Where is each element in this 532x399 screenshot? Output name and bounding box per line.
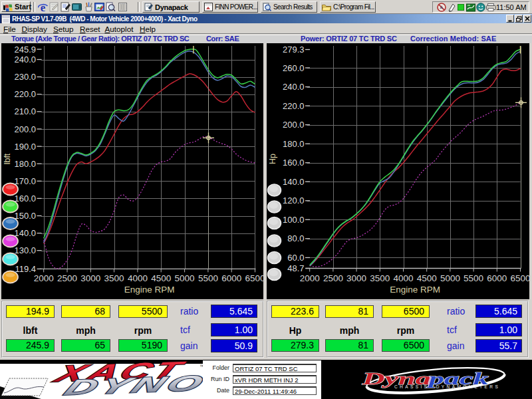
svg-text:80.0: 80.0 [287,233,304,243]
svg-text:Engine RPM: Engine RPM [390,285,440,295]
svg-text:Hp: Hp [268,154,277,164]
svg-text:5500: 5500 [198,273,218,283]
svg-text:3500: 3500 [104,273,124,283]
svg-text:240.0: 240.0 [283,82,305,92]
svg-text:6500: 6500 [245,273,265,283]
svg-text:150.0: 150.0 [14,211,36,221]
svg-text:260.0: 260.0 [283,63,305,73]
svg-text:4500: 4500 [151,273,171,283]
svg-text:220.0: 220.0 [283,101,305,111]
svg-text:4000: 4000 [128,273,148,283]
svg-text:5000: 5000 [440,273,460,283]
svg-text:3000: 3000 [346,273,366,283]
svg-text:180.0: 180.0 [14,159,36,169]
svg-text:48.7: 48.7 [287,263,304,273]
svg-text:6000: 6000 [487,273,507,283]
svg-text:130.0: 130.0 [14,245,36,255]
svg-text:160.0: 160.0 [283,158,305,168]
svg-text:4500: 4500 [417,273,437,283]
svg-text:6000: 6000 [221,273,241,283]
svg-text:lbft: lbft [3,153,12,164]
svg-text:3500: 3500 [370,273,390,283]
svg-text:170.0: 170.0 [14,176,36,186]
svg-text:220.0: 220.0 [14,89,36,99]
svg-text:190.0: 190.0 [14,142,36,152]
svg-text:279.3: 279.3 [283,45,305,55]
svg-text:140.0: 140.0 [283,177,305,187]
svg-text:245.9: 245.9 [14,45,36,55]
svg-text:200.0: 200.0 [283,120,305,130]
svg-text:e: e [41,2,46,12]
svg-text:Engine RPM: Engine RPM [124,285,175,295]
svg-text:5500: 5500 [464,273,483,283]
svg-text:DYNO: DYNO [60,370,209,399]
svg-text:5000: 5000 [175,273,195,283]
svg-text:2500: 2500 [323,273,343,283]
svg-text:119.4: 119.4 [15,264,36,274]
svg-text:140.0: 140.0 [14,228,36,238]
svg-text:240.0: 240.0 [14,55,36,65]
svg-text:200.0: 200.0 [14,124,36,134]
svg-text:180.0: 180.0 [283,139,305,149]
svg-text:100.0: 100.0 [283,215,305,225]
svg-text:6500: 6500 [510,273,530,283]
svg-text:60.0: 60.0 [287,253,304,263]
svg-text:2000: 2000 [300,273,320,283]
svg-text:120.0: 120.0 [283,196,305,205]
svg-text:160.0: 160.0 [14,194,36,203]
svg-text:3000: 3000 [80,273,100,283]
svg-text:4000: 4000 [393,273,413,283]
svg-text:2500: 2500 [57,273,77,283]
svg-text:210.0: 210.0 [14,106,36,116]
svg-text:2000: 2000 [34,273,54,283]
svg-text:230.0: 230.0 [14,72,36,82]
svg-text:CHASSIS DYNAMOMETERS: CHASSIS DYNAMOMETERS [394,384,500,389]
